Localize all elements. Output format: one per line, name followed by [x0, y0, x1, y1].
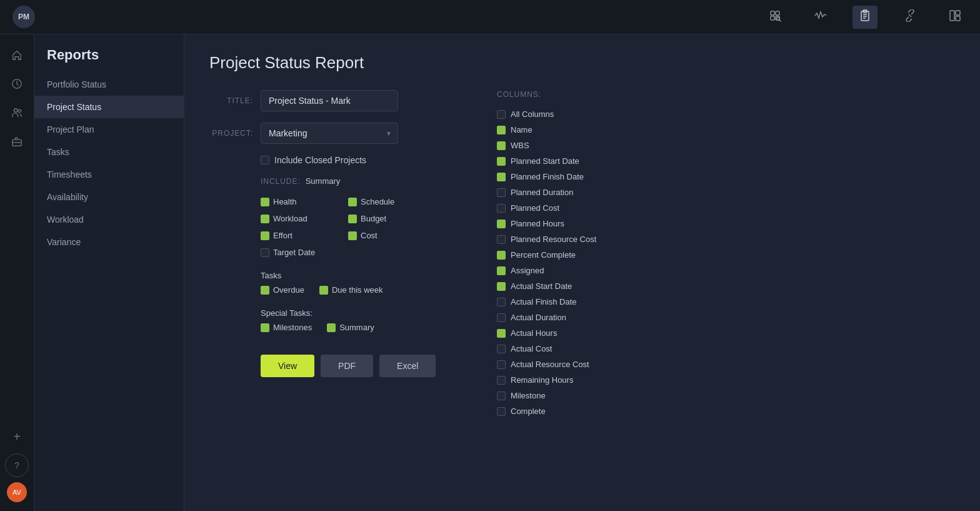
col-planned-hours-label: Planned Hours: [511, 219, 564, 228]
home-nav[interactable]: [5, 43, 29, 67]
main-content: Project Status Report TITLE: PROJECT: Ma…: [184, 34, 980, 511]
svg-line-5: [779, 20, 781, 22]
columns-panel: COLUMNS: All Columns Name WBS: [497, 90, 697, 419]
sidebar-item-tasks[interactable]: Tasks: [34, 141, 184, 163]
col-actual-cost[interactable]: Actual Cost: [497, 341, 692, 357]
users-nav[interactable]: [5, 101, 29, 124]
search-zoom-icon[interactable]: [762, 6, 788, 29]
col-all-columns-checkbox[interactable]: [497, 110, 506, 119]
waveform-icon[interactable]: [808, 6, 832, 29]
col-actual-start-date[interactable]: Actual Start Date: [497, 278, 692, 294]
sidebar-item-variance[interactable]: Variance: [34, 231, 184, 253]
include-schedule: Schedule: [348, 197, 436, 206]
health-checkbox[interactable]: [261, 198, 269, 206]
sidebar-item-timesheets[interactable]: Timesheets: [34, 163, 184, 186]
col-complete[interactable]: Complete: [497, 403, 692, 419]
col-wbs[interactable]: WBS: [497, 138, 692, 153]
workload-checkbox[interactable]: [261, 215, 269, 223]
col-planned-start-date[interactable]: Planned Start Date: [497, 153, 692, 169]
col-remaining-hours-checkbox[interactable]: [497, 376, 506, 385]
col-actual-finish-date-checkbox[interactable]: [497, 298, 506, 306]
effort-label: Effort: [273, 231, 292, 240]
col-actual-resource-cost-checkbox[interactable]: [497, 360, 506, 369]
col-actual-duration[interactable]: Actual Duration: [497, 310, 692, 325]
include-due-this-week: Due this week: [319, 285, 383, 295]
col-percent-complete[interactable]: Percent Complete: [497, 247, 692, 263]
col-name-checkbox[interactable]: [497, 126, 506, 134]
help-nav[interactable]: ?: [5, 453, 29, 477]
sidebar: Reports Portfolio Status Project Status …: [34, 34, 184, 511]
sidebar-item-project-status[interactable]: Project Status: [34, 96, 184, 118]
col-planned-resource-cost[interactable]: Planned Resource Cost: [497, 231, 692, 247]
form-area: TITLE: PROJECT: Marketing Development De…: [209, 90, 955, 419]
col-planned-hours-checkbox[interactable]: [497, 220, 506, 228]
col-name[interactable]: Name: [497, 122, 692, 138]
col-actual-hours[interactable]: Actual Hours: [497, 325, 692, 341]
sidebar-item-workload[interactable]: Workload: [34, 208, 184, 231]
col-planned-start-date-checkbox[interactable]: [497, 157, 506, 166]
sidebar-item-portfolio-status[interactable]: Portfolio Status: [34, 73, 184, 96]
svg-point-17: [18, 109, 21, 113]
col-actual-finish-date[interactable]: Actual Finish Date: [497, 294, 692, 310]
schedule-label: Schedule: [361, 197, 394, 206]
svg-rect-3: [776, 16, 779, 20]
col-assigned-checkbox[interactable]: [497, 266, 506, 275]
target-date-checkbox[interactable]: [261, 248, 269, 257]
col-actual-duration-checkbox[interactable]: [497, 313, 506, 322]
topbar-icons: [762, 6, 968, 29]
col-actual-start-date-checkbox[interactable]: [497, 282, 506, 291]
col-actual-hours-checkbox[interactable]: [497, 329, 506, 338]
col-planned-finish-date[interactable]: Planned Finish Date: [497, 169, 692, 185]
col-planned-duration[interactable]: Planned Duration: [497, 185, 692, 200]
col-planned-cost-checkbox[interactable]: [497, 204, 506, 213]
pdf-button[interactable]: PDF: [321, 355, 373, 377]
sidebar-item-availability[interactable]: Availability: [34, 186, 184, 208]
sidebar-item-project-plan[interactable]: Project Plan: [34, 118, 184, 141]
due-this-week-checkbox[interactable]: [319, 286, 328, 295]
cost-label: Cost: [361, 231, 378, 240]
col-remaining-hours[interactable]: Remaining Hours: [497, 372, 692, 388]
project-select[interactable]: Marketing Development Design Sales: [261, 123, 398, 144]
clock-nav[interactable]: [5, 72, 29, 96]
col-planned-hours[interactable]: Planned Hours: [497, 216, 692, 231]
clipboard-icon[interactable]: [852, 6, 878, 29]
col-percent-complete-checkbox[interactable]: [497, 251, 506, 260]
app-logo[interactable]: PM: [12, 6, 35, 28]
columns-scroll[interactable]: All Columns Name WBS Planned Start Date: [497, 106, 697, 419]
include-closed-label: Include Closed Projects: [274, 155, 366, 165]
budget-checkbox[interactable]: [348, 215, 357, 223]
col-actual-resource-cost[interactable]: Actual Resource Cost: [497, 357, 692, 372]
col-planned-cost-label: Planned Cost: [511, 203, 559, 213]
schedule-checkbox[interactable]: [348, 198, 357, 206]
col-planned-cost[interactable]: Planned Cost: [497, 200, 692, 216]
columns-label: COLUMNS:: [497, 90, 697, 99]
col-actual-cost-checkbox[interactable]: [497, 345, 506, 353]
overdue-checkbox[interactable]: [261, 286, 269, 295]
split-icon[interactable]: [942, 6, 968, 29]
col-assigned[interactable]: Assigned: [497, 263, 692, 278]
link-icon[interactable]: [898, 6, 922, 29]
col-all-columns[interactable]: All Columns: [497, 106, 692, 122]
milestones-checkbox[interactable]: [261, 323, 269, 332]
col-complete-checkbox[interactable]: [497, 407, 506, 416]
include-closed-row[interactable]: Include Closed Projects: [209, 155, 472, 165]
cost-checkbox[interactable]: [348, 231, 357, 240]
effort-checkbox[interactable]: [261, 231, 269, 240]
excel-button[interactable]: Excel: [379, 355, 436, 377]
col-wbs-checkbox[interactable]: [497, 141, 506, 150]
user-avatar[interactable]: AV: [7, 482, 27, 502]
view-button[interactable]: View: [261, 355, 314, 377]
summary-tasks-label: Summary: [339, 323, 374, 332]
col-milestone[interactable]: Milestone: [497, 388, 692, 403]
col-planned-duration-checkbox[interactable]: [497, 188, 506, 197]
col-planned-resource-cost-checkbox[interactable]: [497, 235, 506, 244]
summary-checkbox[interactable]: [327, 323, 336, 332]
col-planned-finish-date-checkbox[interactable]: [497, 173, 506, 181]
workload-label: Workload: [273, 214, 308, 223]
title-label: TITLE:: [209, 96, 253, 105]
add-nav[interactable]: +: [5, 425, 29, 448]
col-milestone-checkbox[interactable]: [497, 392, 506, 400]
title-input[interactable]: [261, 90, 398, 111]
briefcase-nav[interactable]: [5, 129, 29, 153]
include-closed-checkbox[interactable]: [261, 156, 269, 164]
